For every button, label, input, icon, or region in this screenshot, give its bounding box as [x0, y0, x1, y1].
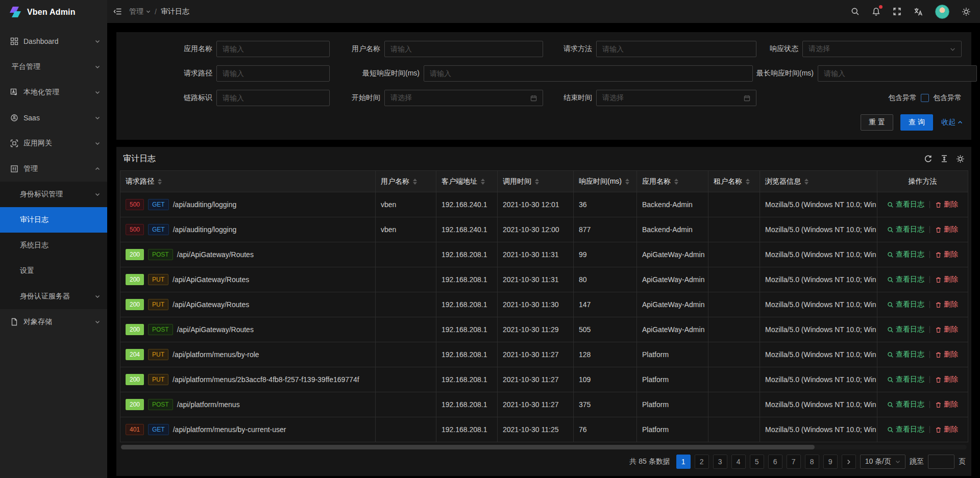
translate-icon[interactable]: [914, 7, 923, 16]
view-log-button[interactable]: 查看日志: [887, 375, 924, 384]
row-height-icon[interactable]: [940, 155, 948, 163]
view-log-button[interactable]: 查看日志: [887, 225, 924, 234]
app-name-input[interactable]: [216, 41, 330, 57]
search-icon[interactable]: [851, 7, 860, 16]
table-row[interactable]: 200 PUT /api/ApiGateway/Routes 192.168.2…: [120, 292, 968, 317]
status-badge: 500: [126, 224, 144, 235]
bell-icon[interactable]: [872, 7, 880, 16]
table-row[interactable]: 401 GET /api/platform/menus/by-current-u…: [120, 417, 968, 442]
delete-button[interactable]: 删除: [935, 300, 958, 309]
sort-icon[interactable]: [746, 179, 750, 185]
page-size-select[interactable]: 10 条/页: [860, 455, 905, 469]
search-button[interactable]: 查 询: [900, 114, 933, 131]
trace-id-input[interactable]: [216, 90, 330, 106]
column-header-tenant-name[interactable]: 租户名称: [708, 171, 760, 192]
refresh-icon[interactable]: [924, 155, 933, 163]
response-status-select[interactable]: 请选择: [802, 41, 962, 57]
horizontal-scrollbar[interactable]: [121, 445, 967, 449]
page-button-9[interactable]: 9: [823, 455, 838, 469]
delete-button[interactable]: 删除: [935, 400, 958, 409]
sidebar-item-system-log[interactable]: 系统日志: [0, 233, 107, 258]
breadcrumb-parent[interactable]: 管理: [129, 7, 151, 16]
page-button-5[interactable]: 5: [750, 455, 764, 469]
max-response-input[interactable]: [818, 65, 977, 82]
sidebar-item-platform[interactable]: 平台管理: [0, 54, 107, 80]
next-page-button[interactable]: [842, 455, 856, 469]
sidebar-item-object-storage[interactable]: 对象存储: [0, 309, 107, 335]
table-row[interactable]: 200 PUT /api/ApiGateway/Routes 192.168.2…: [120, 267, 968, 292]
delete-button[interactable]: 删除: [935, 375, 958, 384]
column-header-client-address[interactable]: 客户端地址: [436, 171, 498, 192]
scrollbar-thumb[interactable]: [121, 445, 815, 449]
delete-button[interactable]: 删除: [935, 250, 958, 259]
delete-button[interactable]: 删除: [935, 225, 958, 234]
view-log-button[interactable]: 查看日志: [887, 275, 924, 284]
app-logo[interactable]: Vben Admin: [0, 0, 107, 24]
page-button-8[interactable]: 8: [805, 455, 819, 469]
sort-icon[interactable]: [481, 179, 485, 185]
page-button-4[interactable]: 4: [731, 455, 746, 469]
view-log-button[interactable]: 查看日志: [887, 325, 924, 334]
page-button-3[interactable]: 3: [713, 455, 727, 469]
request-method-input[interactable]: [596, 41, 756, 57]
column-header-response-time[interactable]: 响应时间(ms): [574, 171, 637, 192]
start-time-picker[interactable]: 请选择: [384, 90, 543, 106]
sidebar-item-gateway[interactable]: 应用网关: [0, 131, 107, 156]
sort-icon[interactable]: [804, 179, 808, 185]
jump-to-input[interactable]: [928, 455, 954, 469]
sort-icon[interactable]: [413, 179, 417, 185]
sidebar-item-identity[interactable]: 身份标识管理: [0, 182, 107, 207]
column-header-user-name[interactable]: 用户名称: [376, 171, 436, 192]
reset-button[interactable]: 重 置: [861, 114, 893, 131]
view-log-button[interactable]: 查看日志: [887, 425, 924, 434]
sort-icon[interactable]: [158, 179, 162, 185]
method-badge: GET: [148, 199, 169, 210]
sidebar-item-auth-server[interactable]: 身份认证服务器: [0, 284, 107, 309]
min-response-input[interactable]: [424, 65, 753, 82]
sort-icon[interactable]: [625, 179, 629, 185]
column-header-invoke-time[interactable]: 调用时间: [498, 171, 574, 192]
column-settings-icon[interactable]: [956, 155, 965, 163]
delete-button[interactable]: 删除: [935, 275, 958, 284]
sort-icon[interactable]: [535, 179, 539, 185]
delete-button[interactable]: 删除: [935, 200, 958, 209]
table-row[interactable]: 500 GET /api/auditing/logging vben 192.1…: [120, 192, 968, 217]
sidebar-item-audit-log[interactable]: 审计日志: [0, 207, 107, 233]
view-log-button[interactable]: 查看日志: [887, 300, 924, 309]
delete-button[interactable]: 删除: [935, 350, 958, 359]
page-button-6[interactable]: 6: [768, 455, 782, 469]
user-avatar[interactable]: [935, 5, 949, 19]
sidebar-item-dashboard[interactable]: Dashboard: [0, 29, 107, 54]
delete-button[interactable]: 删除: [935, 425, 958, 434]
has-exception-checkbox[interactable]: [921, 94, 929, 102]
collapse-filter-link[interactable]: 收起: [941, 118, 963, 127]
gear-icon[interactable]: [962, 7, 971, 16]
table-row[interactable]: 500 GET /api/auditing/logging vben 192.1…: [120, 217, 968, 242]
view-log-button[interactable]: 查看日志: [887, 350, 924, 359]
column-header-browser-info[interactable]: 浏览器信息: [760, 171, 877, 192]
page-button-7[interactable]: 7: [787, 455, 801, 469]
sort-icon[interactable]: [674, 179, 678, 185]
page-button-1[interactable]: 1: [676, 455, 691, 469]
table-row[interactable]: 200 POST /api/ApiGateway/Routes 192.168.…: [120, 242, 968, 267]
sidebar-item-management[interactable]: 管理: [0, 156, 107, 182]
end-time-picker[interactable]: 请选择: [596, 90, 756, 106]
fullscreen-icon[interactable]: [893, 7, 901, 16]
table-row[interactable]: 200 POST /api/ApiGateway/Routes 192.168.…: [120, 317, 968, 342]
table-row[interactable]: 200 POST /api/platform/menus 192.168.208…: [120, 392, 968, 417]
view-log-button[interactable]: 查看日志: [887, 200, 924, 209]
column-header-app-name[interactable]: 应用名称: [637, 171, 708, 192]
request-path-input[interactable]: [216, 65, 330, 82]
sidebar-item-settings[interactable]: 设置: [0, 258, 107, 284]
sidebar-item-localization[interactable]: 本地化管理: [0, 80, 107, 105]
view-log-button[interactable]: 查看日志: [887, 400, 924, 409]
page-button-2[interactable]: 2: [695, 455, 709, 469]
delete-button[interactable]: 删除: [935, 325, 958, 334]
table-row[interactable]: 204 PUT /api/platform/menus/by-role 192.…: [120, 342, 968, 367]
menu-fold-icon[interactable]: [113, 7, 122, 16]
view-log-button[interactable]: 查看日志: [887, 250, 924, 259]
sidebar-item-saas[interactable]: Saas: [0, 105, 107, 131]
column-header-request-path[interactable]: 请求路径: [120, 171, 376, 192]
user-name-input[interactable]: [384, 41, 543, 57]
table-row[interactable]: 200 PUT /api/platform/menus/2b3accf8-4fb…: [120, 367, 968, 392]
